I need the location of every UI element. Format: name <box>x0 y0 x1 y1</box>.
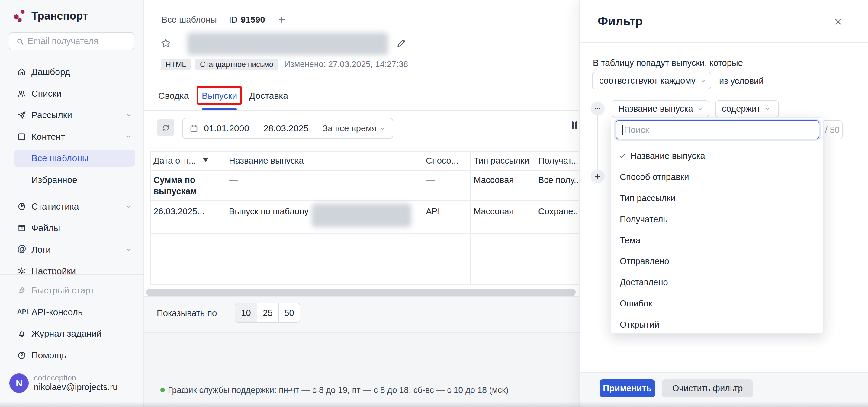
sidebar-item-content[interactable]: Контент <box>0 128 144 145</box>
condition-menu-button[interactable] <box>591 102 604 116</box>
dropdown-search[interactable] <box>616 121 819 139</box>
sidebar-item-statistics[interactable]: Статистика <box>0 198 144 215</box>
bell-icon <box>17 329 26 338</box>
filter-title: Фильтр <box>598 14 643 28</box>
template-title-redacted <box>187 33 388 55</box>
users-icon <box>17 89 26 98</box>
dropdown-option-errors[interactable]: Ошибок <box>611 293 824 314</box>
column-header-recipient[interactable]: Получат... <box>538 156 578 166</box>
condition-operator-select[interactable]: содержит <box>715 100 779 117</box>
column-header-name[interactable]: Название выпуска <box>229 156 304 166</box>
clear-filter-button[interactable]: Очистить фильтр <box>662 379 753 397</box>
chevron-down-icon <box>697 105 704 112</box>
sidebar: Транспорт Дашборд Списки Рассылки Контен… <box>0 0 144 407</box>
column-header-method[interactable]: Спосо... <box>426 156 459 166</box>
sidebar-clipped-region: Настройки <box>0 260 144 274</box>
edit-pencil-icon[interactable] <box>396 38 406 48</box>
dropdown-search-input[interactable] <box>624 125 805 135</box>
breadcrumb: Все шаблоны ID 91590 <box>162 14 286 25</box>
dropdown-option-opens[interactable]: Открытий <box>611 314 824 335</box>
apply-button[interactable]: Применить <box>599 379 655 397</box>
table-cell-name: — <box>229 175 238 185</box>
char-counter: / 50 <box>825 125 840 135</box>
dropdown-option-type[interactable]: Тип рассылки <box>611 188 824 208</box>
api-icon: API <box>17 308 26 317</box>
table-cell-date: Сумма по выпускам <box>153 175 218 197</box>
search-icon <box>16 37 25 46</box>
dropdown-option-sent[interactable]: Отправлено <box>611 251 824 272</box>
table-cell-method: API <box>426 207 440 217</box>
table-cell-type: Массовая <box>473 175 514 185</box>
tab-summary[interactable]: Сводка <box>158 91 189 101</box>
page-size-option-25[interactable]: 25 <box>257 304 278 322</box>
sidebar-item-api-console[interactable]: API API-консоль <box>0 304 144 321</box>
sort-desc-icon[interactable] <box>203 158 208 162</box>
column-header-type[interactable]: Тип рассылки <box>473 156 529 166</box>
sidebar-item-dashboard[interactable]: Дашборд <box>0 63 144 80</box>
logo-icon <box>13 8 27 22</box>
sidebar-item-label: Контент <box>31 132 65 142</box>
account-name: codeception <box>34 373 76 382</box>
match-mode-select[interactable]: соответствуют каждому <box>592 72 711 89</box>
page-size-switcher: 10 25 50 <box>235 303 300 323</box>
sidebar-item-help[interactable]: Помощь <box>0 347 144 364</box>
conditions-suffix: из условий <box>719 76 764 86</box>
account-email: nikolaev@iprojects.ru <box>34 382 118 392</box>
horizontal-scrollbar[interactable] <box>146 289 576 296</box>
home-icon <box>17 67 26 76</box>
sidebar-divider <box>0 274 144 275</box>
support-schedule: График службы поддержки: пн-чт — с 8 до … <box>168 385 508 395</box>
sidebar-item-label: Настройки <box>31 266 76 274</box>
dropdown-option-name[interactable]: Название выпуска <box>611 146 824 166</box>
sidebar-item-label: Списки <box>31 89 62 99</box>
condition-field-select[interactable]: Название выпуска <box>612 100 709 117</box>
archive-icon <box>17 223 26 232</box>
add-condition-button[interactable] <box>591 169 604 183</box>
modified-timestamp: Изменено: 27.03.2025, 14:27:38 <box>284 60 408 69</box>
template-id: ID 91590 <box>229 15 265 25</box>
redacted-template-name <box>312 204 411 227</box>
recipient-search[interactable] <box>9 32 134 51</box>
sidebar-item-all-templates[interactable]: Все шаблоны <box>0 150 144 167</box>
sidebar-item-quick-start[interactable]: Быстрый старт <box>0 282 144 299</box>
page-size-option-50[interactable]: 50 <box>278 304 300 322</box>
favorite-star-icon[interactable] <box>160 37 172 49</box>
dropdown-option-delivered[interactable]: Доставлено <box>611 272 824 292</box>
sidebar-item-files[interactable]: Файлы <box>0 219 144 237</box>
sidebar-item-label: Статистика <box>31 201 79 212</box>
annotation-highlight-box <box>197 86 242 105</box>
page-size-label: Показывать по <box>157 308 217 318</box>
sidebar-item-favorites[interactable]: Избранное <box>0 171 144 188</box>
sidebar-item-label: Быстрый старт <box>31 285 94 295</box>
dropdown-option-subject[interactable]: Тема <box>611 230 824 251</box>
rocket-icon <box>17 286 26 295</box>
pie-chart-icon <box>17 202 26 211</box>
avatar[interactable]: N <box>9 374 29 393</box>
sidebar-item-logs[interactable]: @ Логи <box>0 241 144 258</box>
chevron-down-icon <box>764 105 771 112</box>
sidebar-item-campaigns[interactable]: Рассылки <box>0 106 144 124</box>
at-sign-icon: @ <box>17 244 26 253</box>
dropdown-option-recipient[interactable]: Получатель <box>611 209 824 229</box>
sidebar-item-label: Рассылки <box>31 110 72 120</box>
column-header-date[interactable]: Дата отп... <box>153 156 196 166</box>
table-cell-date: 26.03.2025... <box>153 207 205 217</box>
sidebar-item-label: Помощь <box>31 350 66 361</box>
filter-intro: В таблицу попадут выпуски, которые <box>593 58 743 68</box>
recipient-search-input[interactable] <box>28 36 127 46</box>
add-icon[interactable] <box>277 15 286 24</box>
table-cell-recipient: Все полу... <box>538 175 579 185</box>
type-badge: Стандартное письмо <box>195 59 278 70</box>
chevron-down-icon <box>125 203 132 210</box>
sidebar-item-label: API-консоль <box>31 307 83 317</box>
table-cell-recipient: Сохране... <box>538 207 579 217</box>
dropdown-option-method[interactable]: Способ отправки <box>611 167 824 187</box>
page-size-option-10[interactable]: 10 <box>235 304 257 322</box>
tab-delivery[interactable]: Доставка <box>249 91 288 101</box>
breadcrumb-section[interactable]: Все шаблоны <box>162 15 217 25</box>
sidebar-item-task-journal[interactable]: Журнал заданий <box>0 325 144 342</box>
close-icon[interactable] <box>833 17 843 27</box>
sidebar-item-settings[interactable]: Настройки <box>0 263 144 274</box>
filter-panel: Фильтр В таблицу попадут выпуски, которы… <box>579 0 868 407</box>
sidebar-item-lists[interactable]: Списки <box>0 85 144 102</box>
